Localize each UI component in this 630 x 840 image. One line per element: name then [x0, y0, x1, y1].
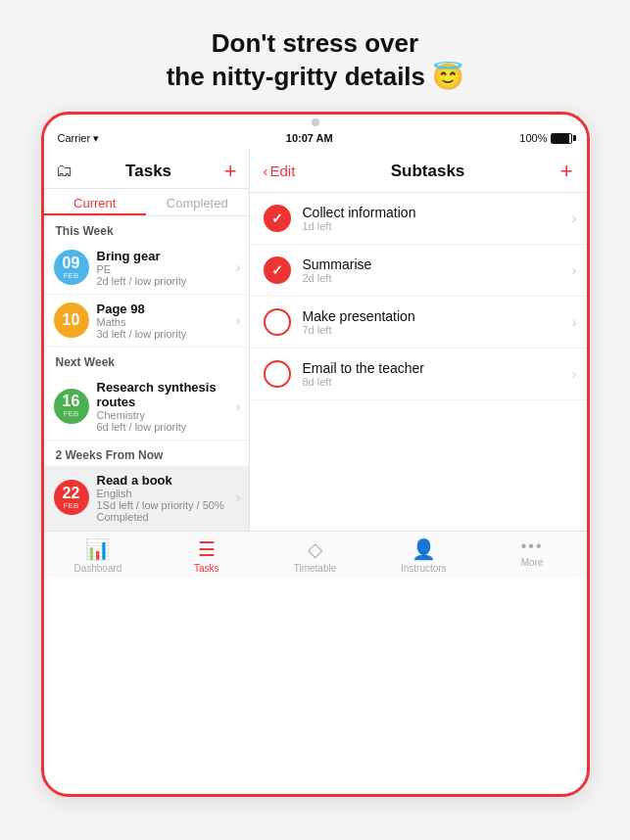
add-subtask-button[interactable]: + — [560, 159, 573, 184]
nav-timetable-label: Timetable — [294, 563, 337, 574]
chevron-right-icon: › — [236, 259, 241, 275]
headline: Don't stress over the nitty-gritty detai… — [127, 0, 504, 112]
subtask-info-collect: Collect information 1d left — [303, 205, 572, 232]
nav-instructors[interactable]: 👤 Instructors — [369, 537, 478, 574]
task-badge-09: 09 Feb — [54, 250, 89, 285]
battery-icon — [551, 133, 572, 144]
tasks-title: Tasks — [73, 162, 224, 181]
subtask-make-presentation[interactable]: Make presentation 7d left › — [250, 297, 587, 349]
headline-line2: the nitty-gritty details 😇 — [167, 62, 464, 91]
status-bar: Carrier ▾ 10:07 AM 100% — [44, 126, 587, 149]
check-circle-collect: ✓ — [264, 205, 291, 232]
tab-current[interactable]: Current — [44, 189, 147, 215]
task-info-bring-gear: Bring gear PE 2d left / low priority — [97, 249, 236, 287]
dashboard-icon: 📊 — [85, 537, 110, 561]
page-wrapper: Don't stress over the nitty-gritty detai… — [0, 0, 630, 840]
chevron-right-icon: › — [572, 262, 577, 278]
left-panel: 🗂 Tasks + Current Completed This Week 09… — [44, 149, 250, 531]
headline-line1: Don't stress over — [212, 28, 418, 58]
timetable-icon: ◇ — [308, 537, 322, 561]
section-2weeks: 2 Weeks From Now — [44, 441, 249, 466]
camera-notch — [312, 118, 319, 126]
nav-dashboard-label: Dashboard — [73, 563, 121, 574]
check-circle-presentation — [264, 308, 291, 336]
nav-timetable[interactable]: ◇ Timetable — [261, 537, 369, 574]
chevron-right-icon: › — [236, 490, 241, 505]
add-task-button[interactable]: + — [224, 159, 237, 184]
subtask-list: ✓ Collect information 1d left › ✓ — [250, 193, 587, 531]
subtask-collect-info[interactable]: ✓ Collect information 1d left › — [250, 193, 587, 245]
task-info-page98: Page 98 Maths 3d left / low priority — [97, 302, 236, 340]
folder-icon[interactable]: 🗂 — [56, 161, 73, 181]
edit-button[interactable]: ‹ Edit — [264, 163, 296, 179]
subtask-info-summarise: Summarise 2d left — [303, 257, 572, 284]
tabs: Current Completed — [44, 189, 249, 216]
task-badge-22: 22 Feb — [54, 480, 89, 515]
right-header: ‹ Edit Subtasks + — [250, 149, 587, 193]
task-badge-10: 10 — [54, 303, 89, 338]
task-item-read-book[interactable]: 22 Feb Read a book English 1Sd left / lo… — [44, 466, 249, 531]
section-next-week: Next Week — [44, 348, 249, 373]
chevron-right-icon: › — [572, 366, 577, 382]
nav-more-label: More — [521, 557, 544, 568]
more-icon: ••• — [521, 537, 544, 555]
task-info-research: Research synthesis routes Chemistry 6d l… — [97, 380, 236, 433]
check-circle-summarise: ✓ — [264, 257, 291, 284]
chevron-right-icon: › — [236, 398, 241, 414]
tasks-icon: ☰ — [198, 537, 216, 561]
app-content: 🗂 Tasks + Current Completed This Week 09… — [44, 149, 587, 531]
check-circle-email — [264, 360, 291, 388]
nav-tasks[interactable]: ☰ Tasks — [152, 537, 261, 574]
nav-more[interactable]: ••• More — [478, 537, 587, 574]
task-list: This Week 09 Feb Bring gear PE 2d left /… — [44, 216, 249, 531]
instructors-icon: 👤 — [412, 537, 436, 561]
subtask-info-email: Email to the teacher 8d left — [303, 360, 572, 388]
carrier: Carrier ▾ — [58, 132, 100, 145]
right-panel: ‹ Edit Subtasks + ✓ Collect information … — [250, 149, 587, 531]
tablet-frame: Carrier ▾ 10:07 AM 100% 🗂 Tasks + Curren… — [41, 112, 590, 797]
chevron-right-icon: › — [572, 210, 577, 226]
nav-instructors-label: Instructors — [401, 563, 447, 574]
battery: 100% — [519, 132, 572, 144]
task-item-bring-gear[interactable]: 09 Feb Bring gear PE 2d left / low prior… — [44, 242, 249, 295]
subtask-info-presentation: Make presentation 7d left — [303, 308, 572, 336]
task-item-research[interactable]: 16 Feb Research synthesis routes Chemist… — [44, 373, 249, 441]
chevron-right-icon: › — [572, 314, 577, 330]
task-badge-16: 16 Feb — [54, 389, 89, 424]
chevron-right-icon: › — [236, 312, 241, 328]
time: 10:07 AM — [286, 132, 333, 144]
battery-percent: 100% — [519, 132, 547, 144]
section-this-week: This Week — [44, 216, 249, 242]
nav-tasks-label: Tasks — [194, 563, 219, 574]
task-info-read-book: Read a book English 1Sd left / low prior… — [97, 473, 236, 523]
subtask-summarise[interactable]: ✓ Summarise 2d left › — [250, 245, 587, 297]
task-item-page98[interactable]: 10 Page 98 Maths 3d left / low priority … — [44, 295, 249, 348]
left-header: 🗂 Tasks + — [44, 149, 249, 189]
subtask-email-teacher[interactable]: Email to the teacher 8d left › — [250, 349, 587, 400]
nav-dashboard[interactable]: 📊 Dashboard — [44, 537, 153, 574]
tab-completed[interactable]: Completed — [146, 189, 249, 215]
subtasks-title: Subtasks — [295, 162, 559, 181]
bottom-nav: 📊 Dashboard ☰ Tasks ◇ Timetable 👤 Instru… — [44, 531, 587, 578]
